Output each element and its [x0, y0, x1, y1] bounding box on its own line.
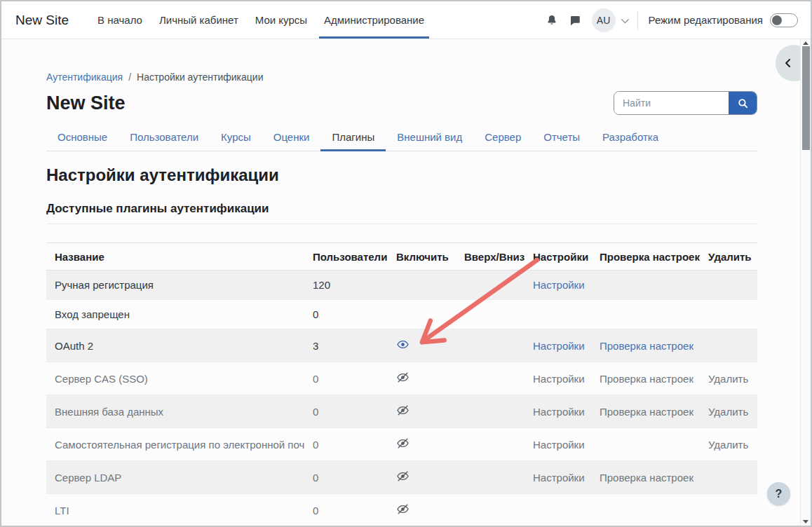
vertical-scrollbar[interactable]: [800, 39, 811, 526]
plugin-updown-cell: [456, 300, 525, 329]
tab-appearance[interactable]: Внешний вид: [386, 123, 473, 151]
plugin-users-count: 0: [304, 494, 388, 527]
table-row: Самостоятельная регистрация по электронн…: [46, 428, 757, 461]
table-row: Ручная регистрация120Настройки: [46, 271, 757, 300]
eye-slash-icon[interactable]: [396, 470, 410, 483]
test-settings-link[interactable]: Проверка настроек: [600, 340, 693, 352]
settings-tabs: Основные Пользователи Курсы Оценки Плаги…: [46, 123, 757, 151]
plugin-settings-cell: Настройки: [525, 395, 591, 428]
plugin-users-count: 0: [304, 395, 388, 428]
tab-reports[interactable]: Отчеты: [532, 123, 591, 151]
plugin-settings-cell: Настройки: [525, 461, 591, 494]
nav-item-my-courses[interactable]: Мои курсы: [247, 1, 316, 39]
search-input[interactable]: [614, 92, 729, 114]
plugin-settings-cell: [525, 494, 591, 527]
plugin-enable-cell: [388, 494, 456, 527]
plugin-settings-cell: Настройки: [525, 362, 591, 395]
plugin-test-cell: [591, 494, 700, 527]
plugin-delete-cell: [700, 329, 757, 362]
toggle-knob: [772, 15, 782, 25]
scroll-down-arrow-icon[interactable]: [803, 520, 808, 523]
plugin-users-count: 120: [304, 271, 388, 300]
test-settings-link[interactable]: Проверка настроек: [600, 472, 693, 484]
tab-general[interactable]: Основные: [46, 123, 119, 151]
plugins-table-body: Ручная регистрация120НастройкиВход запре…: [46, 271, 757, 527]
nav-item-dashboard[interactable]: Личный кабинет: [151, 1, 247, 39]
test-settings-link[interactable]: Проверка настроек: [600, 373, 693, 385]
plugin-test-cell: Проверка настроек: [591, 362, 700, 395]
help-button[interactable]: ?: [767, 482, 790, 505]
navbar-divider: [637, 11, 638, 29]
table-row: LTI0: [46, 494, 757, 527]
eye-slash-icon[interactable]: [396, 502, 410, 516]
user-menu[interactable]: AU: [592, 8, 627, 32]
title-row: New Site: [46, 91, 757, 115]
breadcrumb-separator: /: [128, 71, 131, 83]
search-box: [614, 91, 757, 115]
plugin-updown-cell: [456, 428, 525, 461]
col-name: Название: [46, 243, 304, 271]
plugin-users-count: 0: [304, 300, 388, 329]
plugin-enable-cell: [388, 271, 456, 300]
table-row: Сервер LDAP0НастройкиПроверка настроек: [46, 461, 757, 494]
scroll-up-arrow-icon[interactable]: [803, 41, 808, 45]
settings-link[interactable]: Настройки: [533, 406, 585, 418]
search-button[interactable]: [729, 92, 757, 114]
settings-link[interactable]: Настройки: [533, 439, 585, 451]
plugin-settings-cell: Настройки: [525, 428, 591, 461]
eye-slash-icon[interactable]: [396, 437, 410, 450]
nav-item-home[interactable]: В начало: [89, 1, 151, 39]
table-header-row: Название Пользователи Включить Вверх/Вни…: [46, 243, 757, 271]
question-icon: ?: [776, 488, 783, 500]
tab-users[interactable]: Пользователи: [119, 123, 210, 151]
settings-link[interactable]: Настройки: [533, 279, 585, 291]
top-navbar: New Site В начало Личный кабинет Мои кур…: [1, 1, 811, 39]
plugin-name: OAuth 2: [46, 329, 304, 362]
avatar[interactable]: AU: [592, 8, 616, 32]
bell-icon[interactable]: [546, 14, 558, 27]
eye-slash-icon[interactable]: [396, 404, 410, 417]
breadcrumb-authentication-link[interactable]: Аутентификация: [46, 71, 123, 83]
primary-nav: В начало Личный кабинет Мои курсы Админи…: [89, 1, 433, 39]
tab-courses[interactable]: Курсы: [210, 123, 262, 151]
table-row: Сервер CAS (SSO)0НастройкиПроверка настр…: [46, 362, 757, 395]
nav-item-site-administration[interactable]: Администрирование: [316, 1, 433, 39]
tab-server[interactable]: Сервер: [473, 123, 532, 151]
plugin-test-cell: [591, 428, 700, 461]
tab-grades[interactable]: Оценки: [262, 123, 321, 151]
site-brand-link[interactable]: New Site: [15, 13, 69, 28]
plugin-enable-cell: [388, 461, 456, 494]
plugin-updown-cell: [456, 395, 525, 428]
settings-link[interactable]: Настройки: [533, 472, 585, 484]
plugin-test-cell: Проверка настроек: [591, 395, 700, 428]
plugin-name: Сервер LDAP: [46, 461, 304, 494]
eye-slash-icon[interactable]: [396, 371, 410, 384]
settings-link[interactable]: Настройки: [533, 373, 585, 385]
delete-link[interactable]: Удалить: [708, 439, 748, 451]
scrollbar-thumb[interactable]: [802, 46, 810, 150]
test-settings-link[interactable]: Проверка настроек: [600, 406, 693, 418]
edit-mode-toggle[interactable]: [770, 13, 798, 27]
tab-development[interactable]: Разработка: [591, 123, 670, 151]
chat-icon[interactable]: [569, 14, 581, 27]
settings-link[interactable]: Настройки: [533, 340, 585, 352]
plugin-test-cell: Проверка настроек: [591, 461, 700, 494]
delete-link[interactable]: Удалить: [708, 406, 748, 418]
plugin-name: Самостоятельная регистрация по электронн…: [46, 428, 304, 461]
plugin-delete-cell: [700, 461, 757, 494]
plugin-delete-cell: Удалить: [700, 362, 757, 395]
plugin-settings-cell: Настройки: [525, 329, 591, 362]
moodle-admin-page: New Site В начало Личный кабинет Мои кур…: [0, 0, 812, 527]
plugin-updown-cell: [456, 362, 525, 395]
plugin-enable-cell: [388, 329, 456, 362]
plugin-test-cell: Проверка настроек: [591, 329, 700, 362]
eye-icon[interactable]: [396, 338, 410, 351]
main-content: Аутентификация / Настройки аутентификаци…: [1, 39, 811, 526]
tab-plugins[interactable]: Плагины: [320, 123, 386, 151]
plugin-name: Внешняя база данных: [46, 395, 304, 428]
delete-link[interactable]: Удалить: [708, 373, 748, 385]
col-users: Пользователи: [304, 243, 388, 271]
plugin-name: Сервер CAS (SSO): [46, 362, 304, 395]
plugin-name: Вход запрещен: [46, 300, 304, 329]
col-test-settings: Проверка настроек: [591, 243, 700, 271]
